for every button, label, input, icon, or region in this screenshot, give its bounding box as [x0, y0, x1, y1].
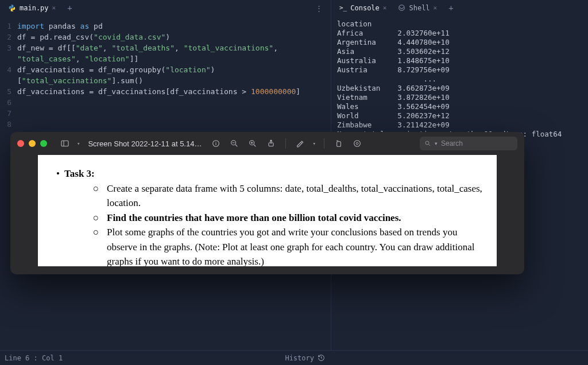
add-tab-button[interactable]: + [444, 1, 458, 15]
task-item: Find the countries that have more than o… [107, 212, 401, 223]
svg-line-10 [254, 145, 256, 146]
search-icon [424, 140, 431, 147]
close-icon[interactable]: ✕ [52, 4, 56, 11]
svg-point-0 [399, 5, 405, 11]
editor-tabs: main.py ✕ + ⋮ [0, 0, 331, 16]
chevron-down-icon[interactable]: ▾ [312, 141, 315, 146]
close-icon[interactable]: ✕ [383, 4, 387, 11]
share-button[interactable] [265, 137, 277, 150]
tab-menu-icon[interactable]: ⋮ [311, 4, 327, 13]
zoom-in-button[interactable] [246, 137, 259, 150]
add-tab-button[interactable]: + [63, 1, 76, 15]
task-item: Plot some graphs of the countries you go… [107, 225, 483, 266]
task-heading: Task 3: [64, 166, 95, 181]
rotate-button[interactable] [332, 137, 345, 150]
svg-line-7 [235, 145, 237, 146]
preview-document: • Task 3: ○Create a separate data frame … [38, 155, 497, 266]
svg-point-4 [216, 142, 216, 142]
history-icon [318, 354, 325, 362]
tab-label: main.py [20, 4, 49, 12]
console-icon: >_ [339, 4, 347, 11]
zoom-out-button[interactable] [228, 137, 241, 150]
markup-button[interactable] [294, 137, 307, 150]
svg-point-15 [354, 141, 361, 147]
status-bar: Line 6 : Col 1 History [0, 350, 588, 365]
tab-label: Console [350, 4, 380, 12]
search-input[interactable]: ▾ Search [420, 137, 517, 150]
console-tabs: >_ Console ✕ Shell ✕ + [331, 0, 588, 16]
info-button[interactable] [210, 137, 222, 150]
svg-rect-14 [337, 142, 341, 147]
python-icon [8, 4, 16, 12]
svg-point-16 [425, 141, 429, 145]
sidebar-toggle-button[interactable] [59, 137, 71, 150]
shell-icon [398, 4, 405, 11]
tab-shell[interactable]: Shell ✕ [393, 2, 442, 15]
preview-title: Screen Shot 2022-12-11 at 5.14… [88, 139, 202, 148]
svg-line-17 [429, 145, 431, 146]
chevron-down-icon[interactable]: ▾ [77, 141, 80, 146]
svg-rect-5 [216, 143, 216, 145]
window-controls [17, 140, 47, 147]
tab-label: Shell [409, 4, 430, 12]
close-icon[interactable]: ✕ [434, 4, 438, 11]
tab-console[interactable]: >_ Console ✕ [335, 2, 391, 15]
minimize-window-button[interactable] [29, 140, 36, 147]
preview-window: ▾ Screen Shot 2022-12-11 at 5.14… ▾ ▾ S [10, 132, 524, 274]
chevron-down-icon: ▾ [435, 141, 438, 146]
close-window-button[interactable] [17, 140, 24, 147]
cursor-position: Line 6 : Col 1 [5, 354, 285, 362]
svg-rect-1 [61, 141, 68, 146]
fullscreen-window-button[interactable] [40, 140, 47, 147]
task-item: Create a separate data frame with 5 colu… [107, 181, 483, 211]
search-placeholder: Search [441, 139, 463, 147]
highlight-button[interactable] [351, 137, 363, 150]
history-button[interactable]: History [285, 354, 314, 362]
tab-main-py[interactable]: main.py ✕ [3, 2, 60, 15]
preview-toolbar: ▾ Screen Shot 2022-12-11 at 5.14… ▾ ▾ S [10, 132, 524, 155]
